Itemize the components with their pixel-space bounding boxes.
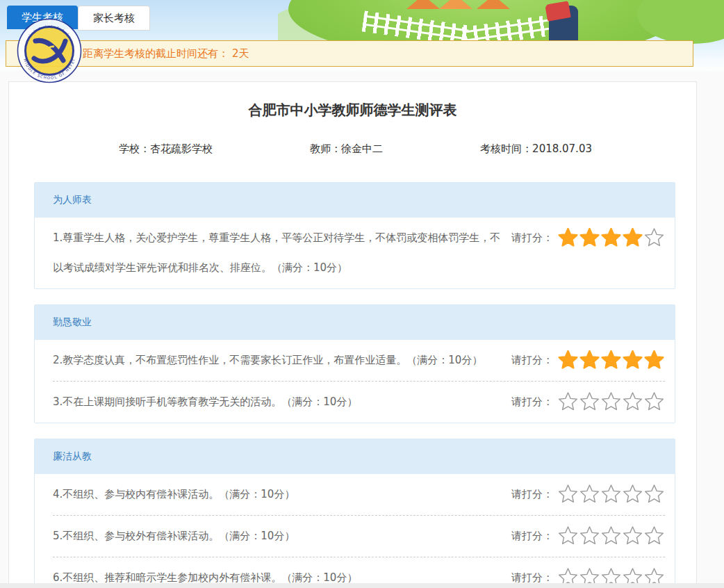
evaluation-card: 合肥市中小学教师师德学生测评表 学校：杏花疏影学校 教师：徐金中二 考核时间：2… <box>8 81 697 588</box>
teacher-value: 徐金中二 <box>341 142 383 155</box>
item-text: 2.教学态度认真，不布置惩罚性作业，不需要家长订正作业，布置作业适量。（满分：1… <box>53 345 503 375</box>
evaluation-section: 廉洁从教 4.不组织、参与校内有偿补课活动。（满分：10分） 请打分： 5.不组… <box>34 439 675 588</box>
section-title: 为人师表 <box>35 183 675 218</box>
roof-icon <box>477 0 510 9</box>
star-filled-icon[interactable] <box>558 228 578 248</box>
star-empty-icon[interactable] <box>558 484 578 505</box>
star-filled-icon[interactable] <box>601 350 621 370</box>
star-rating <box>557 392 665 412</box>
section-title: 勤恳敬业 <box>35 305 675 340</box>
star-rating <box>557 228 665 248</box>
meta-school: 学校：杏花疏影学校 <box>119 142 213 156</box>
deadline-notice-text: 距离学生考核的截止时间还有： <box>83 47 229 60</box>
evaluation-section: 为人师表 1.尊重学生人格，关心爱护学生，尊重学生人格，平等公正对待学生，不体罚… <box>34 182 675 289</box>
star-empty-icon[interactable] <box>644 392 664 412</box>
meta-teacher: 教师：徐金中二 <box>310 142 383 156</box>
bottom-edge <box>0 583 724 588</box>
item-text: 4.不组织、参与校内有偿补课活动。（满分：10分） <box>53 480 503 509</box>
section-title: 廉洁从教 <box>35 439 675 474</box>
item-text: 1.尊重学生人格，关心爱护学生，尊重学生人格，平等公正对待学生，不体罚或变相体罚… <box>53 223 503 283</box>
star-filled-icon[interactable] <box>623 350 643 370</box>
deadline-notice: 距离学生考核的截止时间还有：2天 <box>6 40 693 67</box>
rate-label: 请打分： <box>511 354 553 367</box>
rate-label: 请打分： <box>511 231 553 245</box>
star-empty-icon[interactable] <box>623 484 643 505</box>
sections-container: 为人师表 1.尊重学生人格，关心爱护学生，尊重学生人格，平等公正对待学生，不体罚… <box>34 182 675 588</box>
star-empty-icon[interactable] <box>579 392 600 412</box>
rating-control: 请打分： <box>511 387 665 417</box>
star-empty-icon[interactable] <box>558 392 578 412</box>
tab-parent-assessment[interactable]: 家长考核 <box>78 6 150 31</box>
star-empty-icon[interactable] <box>644 526 664 546</box>
section-body: 2.教学态度认真，不布置惩罚性作业，不需要家长订正作业，布置作业适量。（满分：1… <box>35 340 675 423</box>
evaluation-section: 勤恳敬业 2.教学态度认真，不布置惩罚性作业，不需要家长订正作业，布置作业适量。… <box>34 304 675 423</box>
evaluation-item-row: 2.教学态度认真，不布置惩罚性作业，不需要家长订正作业，布置作业适量。（满分：1… <box>53 340 665 381</box>
item-text: 5.不组织、参与校外有偿补课活动。（满分：10分） <box>53 521 503 551</box>
rate-label: 请打分： <box>511 530 553 543</box>
star-empty-icon[interactable] <box>644 228 664 248</box>
evaluation-item-row: 3.不在上课期间接听手机等教育教学无关的活动。（满分：10分） 请打分： <box>53 381 665 423</box>
star-filled-icon[interactable] <box>623 228 643 248</box>
rating-control: 请打分： <box>511 345 665 375</box>
meta-time: 考核时间：2018.07.03 <box>480 142 592 156</box>
school-logo-badge-icon: MIDDLE SCHOOL OF HEFEI · · · · · · · · <box>17 18 82 83</box>
star-filled-icon[interactable] <box>644 350 664 370</box>
deadline-days-value: 2天 <box>232 47 249 60</box>
roof-icon <box>406 0 440 9</box>
star-filled-icon[interactable] <box>579 228 600 248</box>
section-body: 4.不组织、参与校内有偿补课活动。（满分：10分） 请打分： 5.不组织、参与校… <box>35 474 675 588</box>
evaluation-item-row: 1.尊重学生人格，关心爱护学生，尊重学生人格，平等公正对待学生，不体罚或变相体罚… <box>53 218 665 288</box>
star-empty-icon[interactable] <box>601 526 621 546</box>
star-filled-icon[interactable] <box>558 350 578 370</box>
evaluation-item-row: 4.不组织、参与校内有偿补课活动。（满分：10分） 请打分： <box>53 474 665 515</box>
roof-icon <box>439 0 472 9</box>
rate-label: 请打分： <box>511 488 553 501</box>
assessment-time-value: 2018.07.03 <box>532 142 592 155</box>
item-text: 3.不在上课期间接听手机等教育教学无关的活动。（满分：10分） <box>53 387 503 417</box>
star-empty-icon[interactable] <box>644 484 664 505</box>
star-filled-icon[interactable] <box>601 228 621 248</box>
star-rating <box>557 350 665 370</box>
star-empty-icon[interactable] <box>558 526 578 546</box>
rating-control: 请打分： <box>511 480 665 509</box>
star-rating <box>557 526 665 546</box>
star-empty-icon[interactable] <box>601 484 621 505</box>
star-empty-icon[interactable] <box>601 392 621 412</box>
rate-label: 请打分： <box>511 395 553 409</box>
star-empty-icon[interactable] <box>623 392 643 412</box>
star-empty-icon[interactable] <box>579 484 600 505</box>
school-value: 杏花疏影学校 <box>150 142 213 155</box>
rating-control: 请打分： <box>511 223 665 253</box>
star-rating <box>557 484 665 505</box>
form-meta: 学校：杏花疏影学校 教师：徐金中二 考核时间：2018.07.03 <box>9 142 696 156</box>
rating-control: 请打分： <box>511 521 665 551</box>
star-filled-icon[interactable] <box>579 350 600 370</box>
star-empty-icon[interactable] <box>623 526 643 546</box>
school-logo: MIDDLE SCHOOL OF HEFEI · · · · · · · · <box>17 18 82 83</box>
star-empty-icon[interactable] <box>579 526 600 546</box>
section-body: 1.尊重学生人格，关心爱护学生，尊重学生人格，平等公正对待学生，不体罚或变相体罚… <box>35 218 675 288</box>
form-title: 合肥市中小学教师师德学生测评表 <box>9 101 696 120</box>
evaluation-item-row: 5.不组织、参与校外有偿补课活动。（满分：10分） 请打分： <box>53 515 665 557</box>
